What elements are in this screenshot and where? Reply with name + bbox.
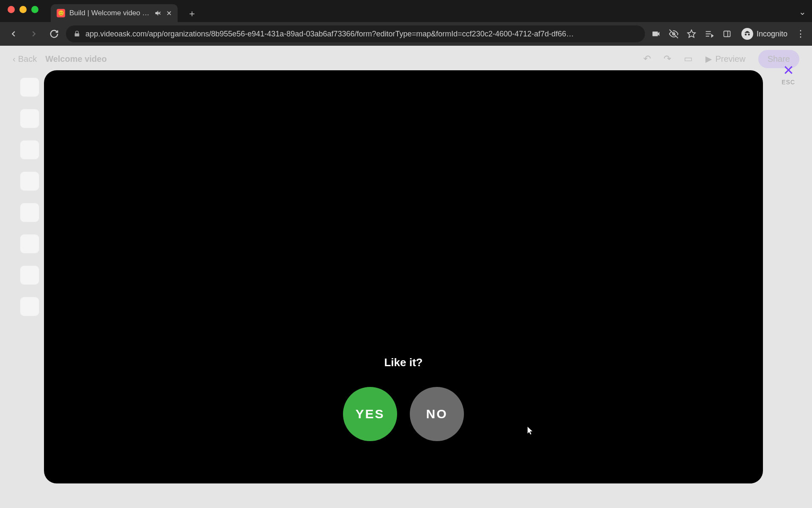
nav-forward-button[interactable] (25, 25, 42, 42)
browser-toolbar: app.videoask.com/app/organizations/8b955… (0, 22, 812, 46)
url-text: app.videoask.com/app/organizations/8b955… (85, 30, 637, 39)
window-controls (8, 6, 38, 13)
eye-off-icon[interactable] (666, 26, 681, 41)
share-label: Share (768, 54, 790, 64)
svg-marker-1 (688, 30, 695, 37)
chevron-down-icon: ⌄ (799, 7, 806, 17)
close-modal[interactable]: ✕ ESC (782, 64, 795, 86)
browser-tab-bar: 😊 Build | Welcome video | Vid ✕ ＋ ⌄ (0, 0, 812, 22)
sidebar-item[interactable] (20, 203, 39, 222)
close-hint: ESC (782, 79, 795, 86)
incognito-icon (741, 28, 753, 40)
preview-button[interactable]: ▶ Preview (705, 54, 745, 64)
incognito-badge[interactable]: Incognito (737, 26, 792, 41)
sidebar-item[interactable] (20, 297, 39, 316)
prompt-text: Like it? (384, 356, 422, 369)
nav-back-button[interactable] (5, 25, 22, 42)
page-title: Welcome video (45, 54, 107, 64)
play-icon: ▶ (705, 54, 712, 64)
sidebar-item[interactable] (20, 234, 39, 254)
lock-icon (74, 30, 80, 37)
app-back-button[interactable]: ‹ Back (13, 54, 37, 64)
panel-icon[interactable] (719, 26, 735, 41)
redo-icon[interactable]: ↷ (664, 53, 671, 64)
tab-title: Build | Welcome video | Vid (69, 9, 150, 17)
yes-button[interactable]: YES (343, 387, 397, 441)
embed-icon[interactable]: ▭ (684, 53, 693, 64)
browser-menu-button[interactable]: ⋮ (794, 28, 807, 39)
new-tab-button[interactable]: ＋ (184, 6, 200, 21)
app-header: ‹ Back Welcome video ↶ ↷ ▭ ▶ Preview Sha… (0, 46, 812, 72)
window-minimize-icon[interactable] (19, 6, 27, 13)
no-button[interactable]: NO (410, 387, 464, 441)
playlist-icon[interactable] (702, 26, 717, 41)
preview-modal: Like it? YES NO (44, 70, 763, 483)
svg-marker-5 (711, 35, 713, 37)
browser-tab[interactable]: 😊 Build | Welcome video | Vid ✕ (51, 4, 178, 22)
toolbar-right: Incognito ⋮ (648, 26, 807, 41)
window-maximize-icon[interactable] (31, 6, 38, 13)
sidebar-item[interactable] (20, 171, 39, 191)
preview-label: Preview (715, 54, 745, 64)
chevron-left-icon: ‹ (13, 54, 16, 64)
tab-bar-chevron[interactable]: ⌄ (799, 7, 806, 17)
favicon-icon: 😊 (57, 9, 65, 17)
nav-reload-button[interactable] (46, 25, 63, 42)
back-label: Back (18, 54, 37, 64)
camera-icon[interactable] (648, 26, 664, 41)
yes-no-group: YES NO (343, 387, 464, 441)
url-bar[interactable]: app.videoask.com/app/organizations/8b955… (66, 25, 645, 42)
tab-close-icon[interactable]: ✕ (166, 9, 172, 17)
sidebar-item[interactable] (20, 140, 39, 160)
sidebar-item[interactable] (20, 265, 39, 285)
sidebar-item[interactable] (20, 109, 39, 128)
close-icon[interactable]: ✕ (783, 64, 794, 77)
incognito-label: Incognito (757, 30, 787, 39)
tab-mute-icon[interactable] (154, 9, 162, 17)
undo-icon[interactable]: ↶ (643, 53, 651, 64)
sidebar (13, 77, 47, 495)
sidebar-item[interactable] (20, 77, 39, 97)
svg-rect-6 (724, 31, 730, 36)
star-icon[interactable] (684, 26, 699, 41)
window-close-icon[interactable] (8, 6, 15, 13)
